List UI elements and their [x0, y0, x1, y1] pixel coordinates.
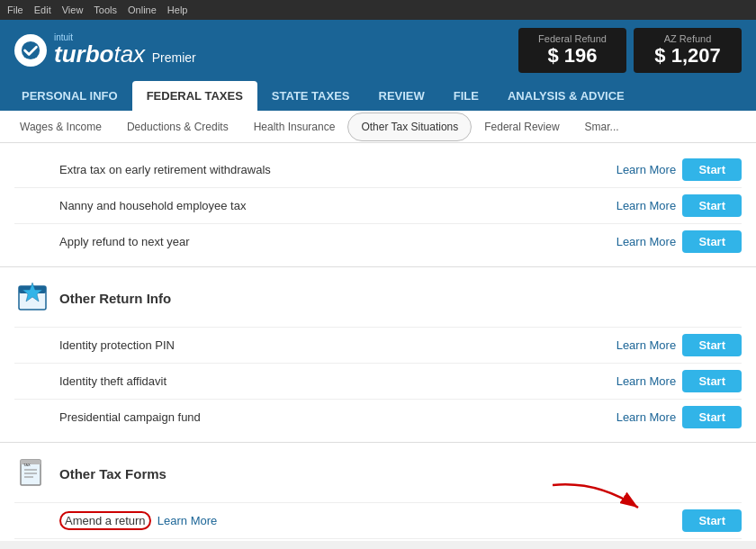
- tab-file[interactable]: FILE: [439, 81, 493, 111]
- tab-federal-taxes[interactable]: FEDERAL TAXES: [132, 81, 257, 111]
- list-item: File an extension Learn More Start: [14, 538, 742, 541]
- list-item: Identity theft affidavit Learn More Star…: [14, 363, 742, 399]
- product-name: turbotax: [54, 40, 145, 68]
- section-title: Other Tax Forms: [59, 466, 166, 482]
- section-title: Other Return Info: [59, 291, 171, 306]
- menu-tools[interactable]: Tools: [94, 4, 117, 15]
- learn-more-link[interactable]: Learn More: [616, 199, 676, 212]
- item-label: Amend a return Learn More: [59, 514, 682, 527]
- section-other-return-info: Other Return Info Identity protection PI…: [0, 271, 756, 438]
- tax-forms-icon: TAX: [14, 455, 50, 491]
- learn-more-link[interactable]: Learn More: [158, 514, 217, 527]
- tab-review[interactable]: REVIEW: [364, 81, 439, 111]
- menu-online[interactable]: Online: [128, 4, 157, 15]
- start-button[interactable]: Start: [682, 370, 742, 392]
- learn-more-link[interactable]: Learn More: [616, 338, 676, 352]
- logo-text-group: intuit turbotax Premier: [54, 32, 196, 68]
- federal-refund-box: Federal Refund $ 196: [518, 28, 626, 73]
- item-label: Identity protection PIN: [59, 338, 616, 352]
- subtab-deductions[interactable]: Deductions & Credits: [114, 113, 241, 140]
- list-item: Identity protection PIN Learn More Start: [14, 327, 742, 363]
- learn-more-link[interactable]: Learn More: [616, 235, 676, 248]
- az-refund-box: AZ Refund $ 1,207: [634, 28, 742, 73]
- svg-text:TAX: TAX: [23, 463, 31, 467]
- app-header: intuit turbotax Premier Federal Refund $…: [0, 20, 756, 81]
- content-area: Extra tax on early retirement withdrawal…: [0, 143, 756, 541]
- az-refund-amount: $ 1,207: [646, 44, 729, 68]
- start-button[interactable]: Start: [682, 406, 742, 428]
- subtab-federal-review[interactable]: Federal Review: [472, 113, 572, 140]
- refund-boxes: Federal Refund $ 196 AZ Refund $ 1,207: [518, 28, 742, 73]
- learn-more-link[interactable]: Learn More: [616, 163, 676, 176]
- section-misc: Extra tax on early retirement withdrawal…: [0, 143, 756, 263]
- section-header: TAX Other Tax Forms: [14, 455, 742, 495]
- az-refund-label: AZ Refund: [646, 33, 729, 44]
- learn-more-link[interactable]: Learn More: [616, 374, 676, 388]
- subtab-smart[interactable]: Smar...: [572, 113, 632, 140]
- edition-name: Premier: [152, 50, 196, 65]
- subtab-other-tax[interactable]: Other Tax Situations: [347, 112, 472, 141]
- list-item: Extra tax on early retirement withdrawal…: [14, 152, 742, 187]
- start-button[interactable]: Start: [682, 194, 742, 217]
- menu-help[interactable]: Help: [167, 4, 188, 15]
- logo-checkmark: [14, 34, 47, 67]
- federal-refund-amount: $ 196: [531, 44, 614, 68]
- sub-tabs: Wages & Income Deductions & Credits Heal…: [0, 111, 756, 143]
- start-button-amend[interactable]: Start: [682, 509, 742, 532]
- menu-file[interactable]: File: [7, 4, 23, 15]
- section-icon: [14, 280, 50, 316]
- subtab-wages[interactable]: Wages & Income: [7, 113, 114, 140]
- item-label: Presidential campaign fund: [59, 410, 616, 424]
- item-label: Apply refund to next year: [59, 235, 616, 248]
- section-other-tax-forms: TAX Other Tax Forms Amend a return Learn…: [0, 446, 756, 541]
- tab-analysis[interactable]: ANALYSIS & ADVICE: [493, 81, 639, 111]
- item-label: Extra tax on early retirement withdrawal…: [59, 163, 616, 176]
- amend-return-circled: Amend a return: [59, 511, 151, 530]
- subtab-health[interactable]: Health Insurance: [241, 113, 348, 140]
- tab-personal-info[interactable]: PERSONAL INFO: [7, 81, 132, 111]
- start-button[interactable]: Start: [682, 334, 742, 356]
- list-item: Nanny and household employee tax Learn M…: [14, 187, 742, 223]
- list-item: Apply refund to next year Learn More Sta…: [14, 223, 742, 259]
- start-button[interactable]: Start: [682, 158, 742, 181]
- list-item: Presidential campaign fund Learn More St…: [14, 399, 742, 435]
- menu-bar: File Edit View Tools Online Help: [0, 0, 756, 20]
- menu-edit[interactable]: Edit: [34, 4, 51, 15]
- federal-refund-label: Federal Refund: [531, 33, 614, 44]
- learn-more-link[interactable]: Learn More: [616, 410, 676, 424]
- start-button[interactable]: Start: [682, 230, 742, 253]
- tab-state-taxes[interactable]: STATE TAXES: [257, 81, 364, 111]
- menu-view[interactable]: View: [62, 4, 84, 15]
- item-label: Identity theft affidavit: [59, 374, 616, 388]
- list-item-amend: Amend a return Learn More Start: [14, 502, 742, 538]
- section-header: Other Return Info: [14, 280, 742, 320]
- logo-area: intuit turbotax Premier: [14, 32, 518, 68]
- item-label: Nanny and household employee tax: [59, 199, 616, 212]
- nav-tabs: PERSONAL INFO FEDERAL TAXES STATE TAXES …: [0, 81, 756, 111]
